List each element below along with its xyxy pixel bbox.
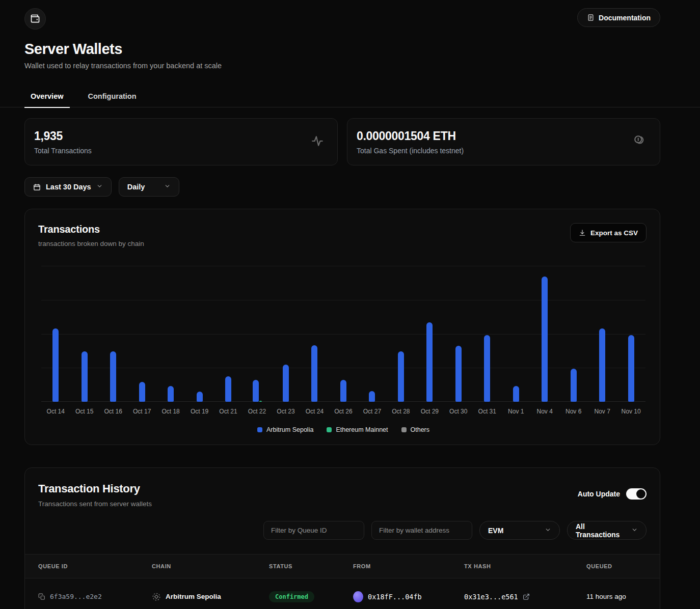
legend-label: Others xyxy=(411,426,430,433)
x-axis-tick-label: Oct 19 xyxy=(185,408,213,415)
interval-dropdown[interactable]: Daily xyxy=(119,177,179,197)
chart-bar xyxy=(426,322,433,402)
chart-bar-group[interactable] xyxy=(616,266,645,402)
chart-bar-group[interactable] xyxy=(387,266,415,402)
legend-swatch xyxy=(257,427,262,432)
copy-icon[interactable] xyxy=(38,593,45,600)
stat-card-total-transactions: 1,935 Total Transactions xyxy=(24,118,338,165)
table-column-header: TX HASH xyxy=(464,563,586,569)
chart-bar-group[interactable] xyxy=(415,266,444,402)
chart-subtitle: transactions broken down by chain xyxy=(38,240,647,247)
documentation-button[interactable]: Documentation xyxy=(577,8,660,27)
chart-bar-group[interactable] xyxy=(502,266,530,402)
x-axis-tick-label: Nov 10 xyxy=(616,408,645,415)
chart-bar xyxy=(253,380,259,402)
chain-name: Arbitrum Sepolia xyxy=(166,593,221,600)
chart-bar xyxy=(369,391,375,402)
chart-bar-group[interactable] xyxy=(559,266,587,402)
x-axis-tick-label: Nov 1 xyxy=(502,408,530,415)
wallet-address-filter-input[interactable] xyxy=(371,521,472,540)
top-bar: Documentation xyxy=(0,0,700,30)
chart-bar-group[interactable] xyxy=(41,266,70,402)
page-title: Server Wallets xyxy=(24,41,660,58)
chart-bar-group[interactable] xyxy=(300,266,329,402)
tx-hash-cell: 0x31e3...e561 xyxy=(464,593,586,601)
tab-overview[interactable]: Overview xyxy=(24,87,70,107)
from-cell: 0x18fF...04fb xyxy=(353,591,464,602)
range-filter-row: Last 30 Days Daily xyxy=(24,177,660,197)
chart-bar-group[interactable] xyxy=(243,266,271,402)
chart-bar-group[interactable] xyxy=(214,266,243,402)
x-axis-tick-label: Oct 28 xyxy=(387,408,415,415)
queue-id-value: 6f3a59...e2e2 xyxy=(50,593,102,600)
gas-spent-value: 0.0000001504 ETH xyxy=(357,129,464,143)
legend-item: Others xyxy=(401,426,430,433)
x-axis-tick-label: Nov 7 xyxy=(588,408,616,415)
status-badge: Confirmed xyxy=(269,591,314,602)
date-range-dropdown[interactable]: Last 30 Days xyxy=(24,177,112,197)
chart-bar-group[interactable] xyxy=(127,266,156,402)
table-column-header: QUEUE ID xyxy=(38,563,152,569)
chart-bar-group[interactable] xyxy=(156,266,185,402)
history-title: Transaction History xyxy=(38,482,152,495)
chart-bar xyxy=(340,380,346,402)
total-transactions-label: Total Transactions xyxy=(34,147,92,155)
history-header: Transaction History Transactions sent fr… xyxy=(25,482,660,508)
chart-bar-group[interactable] xyxy=(444,266,473,402)
chart-bar xyxy=(52,328,59,402)
book-icon xyxy=(587,14,595,21)
chevron-down-icon xyxy=(164,183,171,191)
auto-update-control: Auto Update xyxy=(578,488,647,500)
toggle-knob xyxy=(636,489,645,499)
queue-id-filter-input[interactable] xyxy=(263,521,364,540)
chart-bar-group[interactable] xyxy=(358,266,386,402)
coins-icon xyxy=(633,134,647,150)
legend-label: Arbitrum Sepolia xyxy=(266,426,313,433)
chain-type-value: EVM xyxy=(488,527,503,535)
x-axis-tick-label: Oct 23 xyxy=(272,408,300,415)
calendar-icon xyxy=(33,183,41,191)
download-icon xyxy=(579,229,586,236)
transaction-type-dropdown[interactable]: All Transactions xyxy=(567,521,647,540)
chart-bar xyxy=(542,276,548,402)
chart-bar-group[interactable] xyxy=(70,266,98,402)
x-axis-tick-label: Oct 31 xyxy=(473,408,501,415)
table-row[interactable]: 6f3a59...e2e2 Arbitrum Sepolia Confirmed xyxy=(25,578,660,609)
chart-bar-group[interactable] xyxy=(329,266,358,402)
tab-bar: Overview Configuration xyxy=(24,87,660,107)
transaction-history-card: Transaction History Transactions sent fr… xyxy=(24,467,660,609)
bar-chart: Oct 14Oct 15Oct 16Oct 17Oct 18Oct 19Oct … xyxy=(41,266,645,433)
chart-bar xyxy=(110,351,116,402)
legend-label: Ethereum Mainnet xyxy=(336,426,388,433)
x-axis-tick-label: Oct 29 xyxy=(415,408,444,415)
transactions-chart-card: Transactions transactions broken down by… xyxy=(24,209,660,445)
chain-cell: Arbitrum Sepolia xyxy=(152,592,269,601)
page-subtitle: Wallet used to relay transactions from y… xyxy=(24,62,660,70)
chart-bar-group[interactable] xyxy=(530,266,559,402)
legend-item: Arbitrum Sepolia xyxy=(257,426,313,433)
auto-update-toggle[interactable] xyxy=(626,488,647,500)
chart-bar-group[interactable] xyxy=(99,266,127,402)
chart-bar-group[interactable] xyxy=(473,266,501,402)
chart-bar xyxy=(139,382,145,402)
external-link-icon[interactable] xyxy=(523,593,530,600)
queued-time: 11 hours ago xyxy=(586,593,626,600)
chart-bar xyxy=(283,365,289,402)
chart-bar xyxy=(398,351,404,402)
chart-bar xyxy=(513,386,519,402)
chart-bar xyxy=(484,335,490,402)
chevron-down-icon xyxy=(545,527,551,535)
x-axis-tick-label: Oct 16 xyxy=(99,408,127,415)
date-range-value: Last 30 Days xyxy=(46,183,91,191)
chain-type-dropdown[interactable]: EVM xyxy=(479,521,560,540)
export-csv-button[interactable]: Export as CSV xyxy=(570,223,647,242)
chart-bar xyxy=(197,392,203,402)
x-axis-tick-label: Nov 4 xyxy=(530,408,559,415)
chart-bar-group[interactable] xyxy=(272,266,300,402)
chart-bar-group[interactable] xyxy=(588,266,616,402)
chart-bar-group[interactable] xyxy=(185,266,213,402)
x-axis-tick-label: Oct 14 xyxy=(41,408,70,415)
tab-configuration[interactable]: Configuration xyxy=(82,87,143,107)
wallet-app-icon[interactable] xyxy=(24,8,46,30)
x-axis-tick-label: Oct 24 xyxy=(300,408,329,415)
